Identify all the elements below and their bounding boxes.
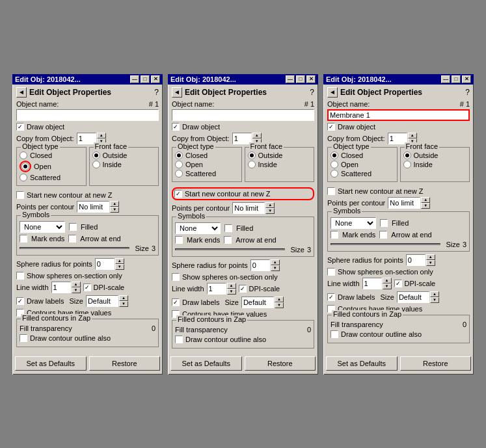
- show-spheres-checkbox[interactable]: [16, 272, 24, 280]
- mark-ends-checkbox[interactable]: [175, 236, 183, 244]
- radio-open[interactable]: [331, 161, 338, 168]
- maximize-button[interactable]: □: [452, 75, 461, 83]
- help-button[interactable]: ?: [310, 88, 314, 97]
- close-button[interactable]: ✕: [462, 75, 471, 83]
- nav-left-button[interactable]: ◄: [172, 87, 182, 98]
- set-defaults-button[interactable]: Set as Defaults: [326, 356, 398, 371]
- draw-labels-checkbox[interactable]: [172, 298, 180, 306]
- size-slider[interactable]: [20, 247, 129, 249]
- radio-frontface-inside[interactable]: [248, 161, 256, 168]
- radio-scattered[interactable]: [331, 170, 338, 178]
- radio-closed[interactable]: [175, 152, 183, 159]
- mark-ends-checkbox[interactable]: [331, 231, 338, 239]
- ppc-down-button[interactable]: ▼: [421, 203, 430, 209]
- sphere-radius-up[interactable]: ▲: [426, 254, 435, 260]
- line-width-up[interactable]: ▲: [383, 278, 392, 283]
- symbols-select[interactable]: None: [175, 222, 221, 234]
- symbols-select[interactable]: None: [331, 217, 376, 229]
- copy-from-up-button[interactable]: ▲: [408, 133, 417, 138]
- labels-size-up[interactable]: ▲: [430, 291, 439, 297]
- line-width-input[interactable]: [207, 283, 226, 295]
- restore-button[interactable]: Restore: [245, 356, 316, 371]
- close-button[interactable]: ✕: [151, 75, 160, 83]
- sphere-radius-input[interactable]: [95, 258, 115, 270]
- labels-size-down[interactable]: ▼: [430, 297, 439, 303]
- sphere-radius-input[interactable]: [250, 259, 270, 271]
- line-width-down[interactable]: ▼: [383, 283, 392, 289]
- ppc-down-button[interactable]: ▼: [265, 208, 275, 214]
- help-button[interactable]: ?: [465, 88, 470, 97]
- draw-contour-outline-checkbox[interactable]: [331, 330, 338, 338]
- ppc-down-button[interactable]: ▼: [110, 207, 119, 213]
- sphere-radius-up[interactable]: ▲: [271, 259, 280, 265]
- size-slider[interactable]: [175, 248, 285, 250]
- object-name-input[interactable]: [172, 109, 314, 121]
- radio-frontface-outside[interactable]: [248, 152, 256, 159]
- size-slider[interactable]: [331, 243, 440, 245]
- labels-size-input[interactable]: [397, 291, 429, 303]
- sphere-radius-down[interactable]: ▼: [115, 264, 124, 270]
- nav-left-button[interactable]: ◄: [327, 87, 338, 98]
- ppc-up-button[interactable]: ▲: [421, 197, 430, 203]
- arrow-at-end-checkbox[interactable]: [379, 231, 387, 239]
- restore-button[interactable]: Restore: [400, 356, 472, 371]
- minimize-button[interactable]: —: [441, 75, 450, 83]
- restore-button[interactable]: Restore: [89, 356, 161, 371]
- radio-scattered[interactable]: [20, 174, 27, 181]
- radio-frontface-inside[interactable]: [403, 161, 411, 168]
- sphere-radius-input[interactable]: [406, 254, 425, 266]
- radio-closed[interactable]: [20, 152, 27, 159]
- line-width-input[interactable]: [51, 282, 71, 293]
- labels-size-input[interactable]: [86, 295, 118, 307]
- dpi-scale-checkbox[interactable]: [239, 285, 247, 293]
- sphere-radius-up[interactable]: ▲: [115, 258, 124, 264]
- line-width-input[interactable]: [362, 278, 382, 289]
- draw-object-checkbox[interactable]: [172, 123, 180, 131]
- mark-ends-checkbox[interactable]: [20, 235, 27, 243]
- object-name-input[interactable]: [16, 109, 159, 121]
- points-per-contour-input[interactable]: [77, 201, 109, 213]
- start-new-contour-checkbox[interactable]: [16, 191, 24, 199]
- labels-size-down[interactable]: ▼: [119, 301, 128, 307]
- object-name-input[interactable]: [327, 109, 470, 121]
- start-new-contour-checkbox[interactable]: [174, 190, 182, 198]
- labels-size-up[interactable]: ▲: [119, 295, 128, 301]
- draw-object-checkbox[interactable]: [327, 123, 335, 131]
- labels-size-down[interactable]: ▼: [275, 302, 284, 308]
- points-per-contour-input[interactable]: [388, 197, 420, 209]
- maximize-button[interactable]: □: [296, 75, 305, 83]
- dpi-scale-checkbox[interactable]: [83, 283, 91, 291]
- symbols-select[interactable]: None: [20, 221, 65, 233]
- draw-labels-checkbox[interactable]: [327, 293, 335, 301]
- arrow-at-end-checkbox[interactable]: [68, 235, 76, 243]
- sphere-radius-down[interactable]: ▼: [271, 265, 280, 271]
- ppc-up-button[interactable]: ▲: [110, 201, 119, 207]
- labels-size-up[interactable]: ▲: [275, 296, 284, 302]
- radio-frontface-outside[interactable]: [403, 152, 411, 159]
- dpi-scale-checkbox[interactable]: [394, 280, 402, 287]
- draw-contour-outline-checkbox[interactable]: [20, 334, 27, 342]
- radio-frontface-inside[interactable]: [92, 161, 100, 168]
- copy-from-up-button[interactable]: ▲: [97, 133, 106, 138]
- filled-checkbox[interactable]: [224, 224, 232, 232]
- minimize-button[interactable]: —: [130, 75, 139, 83]
- radio-open[interactable]: [21, 163, 29, 170]
- set-defaults-button[interactable]: Set as Defaults: [170, 356, 242, 371]
- copy-from-up-button[interactable]: ▲: [252, 133, 262, 138]
- show-spheres-checkbox[interactable]: [172, 273, 180, 281]
- line-width-down[interactable]: ▼: [227, 289, 236, 295]
- arrow-at-end-checkbox[interactable]: [224, 236, 232, 244]
- minimize-button[interactable]: —: [286, 75, 295, 83]
- radio-closed[interactable]: [331, 152, 338, 159]
- nav-left-button[interactable]: ◄: [16, 87, 27, 98]
- radio-frontface-outside[interactable]: [92, 152, 100, 159]
- line-width-down[interactable]: ▼: [72, 287, 81, 293]
- draw-labels-checkbox[interactable]: [16, 297, 24, 305]
- ppc-up-button[interactable]: ▲: [265, 202, 275, 208]
- filled-checkbox[interactable]: [380, 219, 388, 227]
- points-per-contour-input[interactable]: [232, 202, 265, 214]
- start-new-contour-checkbox[interactable]: [327, 187, 335, 195]
- show-spheres-checkbox[interactable]: [327, 268, 335, 276]
- line-width-up[interactable]: ▲: [72, 282, 81, 287]
- close-button[interactable]: ✕: [306, 75, 316, 83]
